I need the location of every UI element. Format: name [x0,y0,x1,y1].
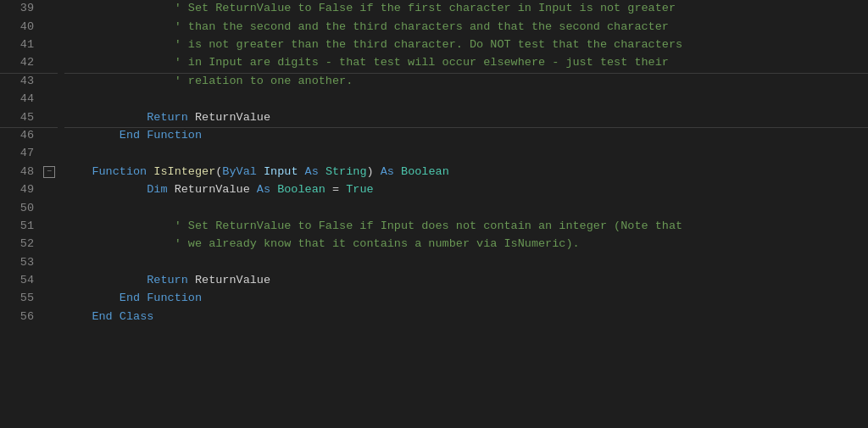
code-line: Return ReturnValue [64,108,868,126]
gutter-cell [41,36,58,54]
code-line [64,199,868,217]
line-number: 44 [0,91,41,108]
code-line [64,91,868,108]
line-number: 45 [0,108,41,126]
line-number: 53 [0,253,41,271]
gutter-cell [41,91,58,108]
gutter-cell: − [41,164,58,181]
line-numbers: 394041424344454647484950515253545556 [0,0,41,428]
gutter-cell [41,253,58,271]
line-number: 49 [0,181,41,199]
gutter-cell [41,199,58,217]
gutter-cell [41,54,58,72]
gutter-cell [41,290,58,308]
code-line [64,145,868,163]
code-line: ' Set ReturnValue to False if Input does… [64,218,868,236]
code-line [64,253,868,271]
line-number: 43 [0,73,41,91]
gutter-cell [41,272,58,290]
line-number: 52 [0,236,41,253]
code-line: Dim ReturnValue As Boolean = True [64,181,868,199]
code-line: End Function [64,290,868,308]
line-number: 47 [0,145,41,163]
gutter-cell [41,18,58,36]
code-line: Function IsInteger(ByVal Input As String… [64,164,868,181]
gutter-cell [41,145,58,163]
line-number: 55 [0,290,41,308]
line-number: 50 [0,199,41,217]
code-line: Return ReturnValue [64,272,868,290]
line-number: 48 [0,164,41,181]
line-number: 54 [0,272,41,290]
code-line: ' in Input are digits - that test will o… [64,54,868,72]
line-number: 42 [0,54,41,72]
gutter-cell [41,0,58,18]
code-line: ' is not greater than the third characte… [64,36,868,54]
line-number: 51 [0,218,41,236]
code-line: ' relation to one another. [64,73,868,91]
gutter-cell [41,127,58,145]
line-number: 46 [0,127,41,145]
gutter-cell [41,236,58,253]
code-line: End Class [64,308,868,326]
code-content: 394041424344454647484950515253545556 − '… [0,0,868,428]
gutter: − [41,0,58,428]
code-lines: ' Set ReturnValue to False if the first … [58,0,868,428]
collapse-icon[interactable]: − [43,166,55,178]
code-line: ' Set ReturnValue to False if the first … [64,0,868,18]
gutter-cell [41,218,58,236]
line-number: 41 [0,36,41,54]
line-number: 39 [0,0,41,18]
gutter-cell [41,108,58,126]
code-editor: 394041424344454647484950515253545556 − '… [0,0,868,428]
line-number: 40 [0,18,41,36]
gutter-cell [41,308,58,326]
line-number: 56 [0,308,41,326]
code-line: ' we already know that it contains a num… [64,236,868,253]
gutter-cell [41,73,58,91]
code-line: End Function [64,127,868,145]
gutter-cell [41,181,58,199]
code-line: ' than the second and the third characte… [64,18,868,36]
